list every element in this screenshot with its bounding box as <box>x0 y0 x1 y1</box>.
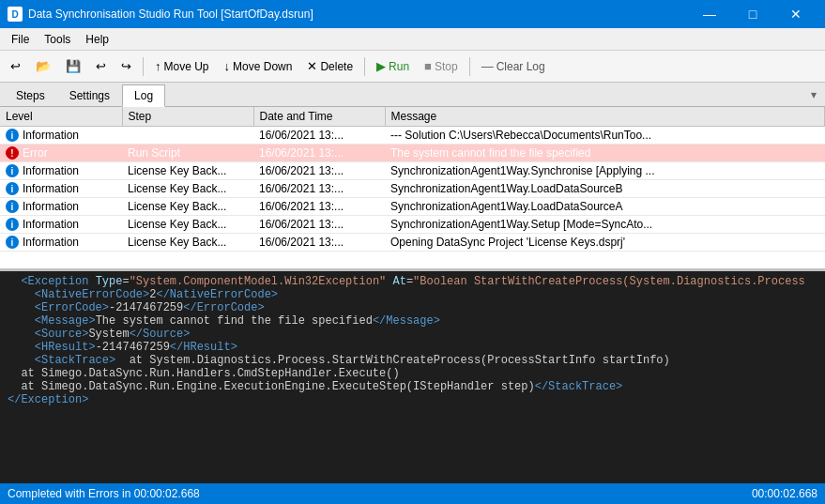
toolbar-undo-button[interactable]: ↩ <box>89 54 113 79</box>
toolbar-save-button[interactable]: 💾 <box>59 54 87 79</box>
table-row[interactable]: iInformationLicense Key Back...16/06/202… <box>0 234 825 252</box>
run-label: Run <box>389 60 409 73</box>
separator-3 <box>469 57 470 76</box>
toolbar-redo-button[interactable]: ↪ <box>115 54 138 79</box>
menu-bar: File Tools Help <box>0 28 825 51</box>
table-row[interactable]: iInformation16/06/2021 13:...--- Solutio… <box>0 127 825 145</box>
main-content: Level Step Date and Time Message iInform… <box>0 107 825 483</box>
move-down-label: Move Down <box>233 60 292 73</box>
table-row[interactable]: iInformationLicense Key Back...16/06/202… <box>0 198 825 216</box>
cell-message: SynchronizationAgent1Way.LoadDataSourceA <box>385 198 825 216</box>
cell-level: iInformation <box>0 234 122 252</box>
move-up-label: Move Up <box>164 60 209 73</box>
cell-level: iInformation <box>0 162 122 180</box>
menu-tools[interactable]: Tools <box>37 31 78 48</box>
cell-level: iInformation <box>0 198 122 216</box>
col-header-level: Level <box>0 107 122 127</box>
undo-icon: ↩ <box>96 59 106 73</box>
cell-message: The system cannot find the file specifie… <box>385 145 825 162</box>
toolbar-open-button[interactable]: 📂 <box>29 54 57 79</box>
level-label: Information <box>23 164 79 177</box>
level-label: Information <box>23 129 79 142</box>
tab-bar: Steps Settings Log ▾ <box>0 83 825 107</box>
cell-step: License Key Back... <box>122 162 253 180</box>
cell-level: iInformation <box>0 127 122 145</box>
minimize-button[interactable]: — <box>688 0 731 28</box>
stop-button[interactable]: ■ Stop <box>418 54 465 79</box>
cell-datetime: 16/06/2021 13:... <box>253 162 385 180</box>
app-icon: D <box>8 7 23 22</box>
col-header-datetime: Date and Time <box>253 107 385 127</box>
cell-level: iInformation <box>0 216 122 234</box>
level-label: Information <box>23 218 79 231</box>
col-header-message: Message <box>385 107 825 127</box>
cell-level: iInformation <box>0 180 122 198</box>
clear-log-button[interactable]: — Clear Log <box>475 54 552 79</box>
delete-button[interactable]: ✕ Delete <box>300 54 359 79</box>
window-title: Data Synchronisation Studio Run Tool [St… <box>28 8 313 21</box>
table-row[interactable]: !ErrorRun Script16/06/2021 13:...The sys… <box>0 145 825 162</box>
level-label: Information <box>23 236 79 249</box>
table-row[interactable]: iInformationLicense Key Back...16/06/202… <box>0 180 825 198</box>
level-icon-error: ! <box>6 146 19 160</box>
menu-help[interactable]: Help <box>78 31 116 48</box>
cell-message: SynchronizationAgent1Way.LoadDataSourceB <box>385 180 825 198</box>
table-row[interactable]: iInformationLicense Key Back...16/06/202… <box>0 162 825 180</box>
cell-datetime: 16/06/2021 13:... <box>253 216 385 234</box>
table-header-row: Level Step Date and Time Message <box>0 107 825 127</box>
level-icon-info: i <box>6 164 19 177</box>
cell-message: --- Solution C:\Users\Rebecca\Documents\… <box>385 127 825 145</box>
status-message: Completed with Errors in 00:00:02.668 <box>8 487 200 500</box>
tab-settings[interactable]: Settings <box>57 84 122 106</box>
move-down-button[interactable]: ↓ Move Down <box>218 54 299 79</box>
level-label: Information <box>23 200 79 213</box>
title-bar-left: D Data Synchronisation Studio Run Tool [… <box>8 7 313 22</box>
cell-datetime: 16/06/2021 13:... <box>253 234 385 252</box>
menu-file[interactable]: File <box>4 31 37 48</box>
level-icon-info: i <box>6 129 19 142</box>
log-table-container: Level Step Date and Time Message iInform… <box>0 107 825 271</box>
cell-message: SynchronizationAgent1Way.Synchronise [Ap… <box>385 162 825 180</box>
cell-step <box>122 127 253 145</box>
level-label: Error <box>23 146 48 160</box>
cell-step: License Key Back... <box>122 216 253 234</box>
toolbar-new-button[interactable]: ↩ <box>4 54 27 79</box>
delete-label: Delete <box>320 60 353 73</box>
table-row[interactable]: iInformationLicense Key Back...16/06/202… <box>0 216 825 234</box>
cell-level: !Error <box>0 145 122 162</box>
detail-panel[interactable]: <Exception Type="System.ComponentModel.W… <box>0 271 825 483</box>
cell-datetime: 16/06/2021 13:... <box>253 127 385 145</box>
close-button[interactable]: ✕ <box>774 0 817 28</box>
stop-icon: ■ <box>424 59 432 73</box>
move-down-icon: ↓ <box>224 59 231 73</box>
tab-steps[interactable]: Steps <box>4 84 57 106</box>
tab-log[interactable]: Log <box>122 84 165 107</box>
run-icon: ▶ <box>376 59 386 73</box>
maximize-button[interactable]: □ <box>731 0 774 28</box>
cell-message: Opening DataSync Project 'License Keys.d… <box>385 234 825 252</box>
redo-icon: ↪ <box>121 59 131 73</box>
tab-dropdown-icon[interactable]: ▾ <box>806 84 821 106</box>
cell-datetime: 16/06/2021 13:... <box>253 145 385 162</box>
title-bar: D Data Synchronisation Studio Run Tool [… <box>0 0 825 28</box>
log-table: Level Step Date and Time Message iInform… <box>0 107 825 252</box>
level-icon-info: i <box>6 236 19 249</box>
level-icon-info: i <box>6 182 19 195</box>
cell-step: License Key Back... <box>122 234 253 252</box>
cell-step: License Key Back... <box>122 180 253 198</box>
log-table-scroll[interactable]: Level Step Date and Time Message iInform… <box>0 107 825 268</box>
run-button[interactable]: ▶ Run <box>370 54 416 79</box>
cell-step: License Key Back... <box>122 198 253 216</box>
save-icon: 💾 <box>66 59 81 73</box>
status-time: 00:00:02.668 <box>752 487 817 500</box>
move-up-icon: ↑ <box>155 59 161 73</box>
delete-icon: ✕ <box>307 59 317 73</box>
level-icon-info: i <box>6 218 19 231</box>
status-bar: Completed with Errors in 00:00:02.668 00… <box>0 483 825 504</box>
window-controls: — □ ✕ <box>688 0 817 28</box>
cell-message: SynchronizationAgent1Way.Setup [Mode=Syn… <box>385 216 825 234</box>
open-icon: 📂 <box>36 59 51 73</box>
stop-label: Stop <box>435 60 458 73</box>
move-up-button[interactable]: ↑ Move Up <box>148 54 216 79</box>
separator-2 <box>364 57 365 76</box>
